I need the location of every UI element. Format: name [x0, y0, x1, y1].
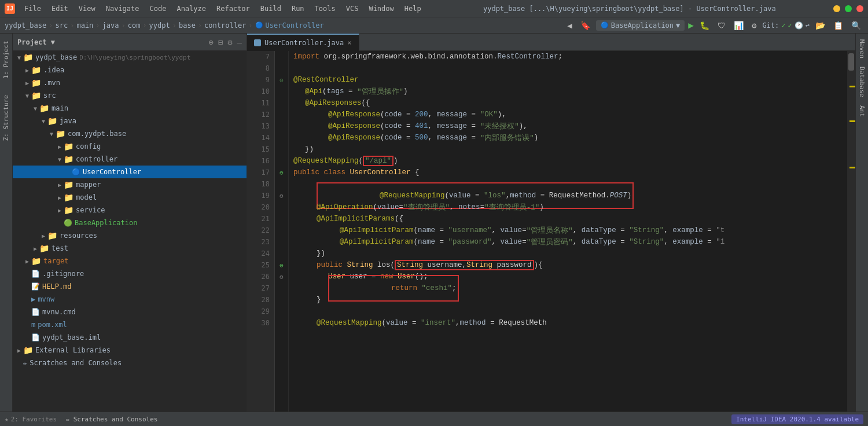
- tree-item-scratches[interactable]: ✏️ Scratches and Consoles: [13, 357, 247, 369]
- minimize-button[interactable]: [833, 5, 840, 12]
- run-button[interactable]: ▶: [688, 20, 694, 31]
- menu-edit[interactable]: Edit: [47, 3, 73, 14]
- settings-btn[interactable]: ⚙: [227, 38, 232, 47]
- file-icon-gitignore: 📄: [31, 270, 40, 278]
- breadcrumb-yydpt-base[interactable]: yydpt_base: [5, 21, 46, 30]
- tree-item-resources[interactable]: ▶ 📁 resources: [13, 229, 247, 242]
- vertical-scrollbar[interactable]: [847, 51, 855, 426]
- scope-toggle[interactable]: ⊕: [208, 38, 213, 47]
- tree-item-main[interactable]: ▼ 📁 main: [13, 102, 247, 115]
- favorites-item[interactable]: ★ 2: Favorites: [5, 416, 57, 423]
- scrollbar-thumb[interactable]: [848, 53, 854, 71]
- tree-item-iml[interactable]: 📄 yydpt_base.iml: [13, 331, 247, 344]
- tree-item-model[interactable]: ▶ 📁 model: [13, 191, 247, 204]
- database-panel-toggle[interactable]: Database: [857, 63, 867, 101]
- breadcrumb-yydpt[interactable]: yydpt: [149, 21, 170, 30]
- collapse-all[interactable]: ⊟: [218, 38, 223, 47]
- gi-26-fold[interactable]: ⊖: [275, 271, 288, 282]
- menu-code[interactable]: Code: [145, 3, 171, 14]
- nav-forward[interactable]: 🔖: [578, 20, 593, 31]
- coverage-button[interactable]: 🛡: [715, 20, 728, 31]
- project-tree: ▼ 📁 yydpt_base D:\H\yueying\springboot\y…: [13, 51, 247, 426]
- gi-19-fold[interactable]: ⊖: [275, 190, 288, 201]
- breadcrumb-controller[interactable]: controller: [204, 21, 246, 30]
- code-editor: 7 8 9 10 11 12 13 14 15 16 17 18 19 20 2…: [247, 51, 855, 426]
- nav-back[interactable]: ◀: [565, 20, 574, 31]
- tree-item-mapper[interactable]: ▶ 📁 mapper: [13, 178, 247, 191]
- tree-item-controller[interactable]: ▼ 📁 controller: [13, 153, 247, 166]
- tree-item-mvn[interactable]: ▶ 📁 .mvn: [13, 76, 247, 89]
- tree-item-target[interactable]: ▶ 📁 target: [13, 255, 247, 267]
- tree-item-mvnw[interactable]: ▶ mvnw: [13, 293, 247, 306]
- tree-item-gitignore[interactable]: 📄 .gitignore: [13, 267, 247, 280]
- tab-filename: UserController.java: [264, 39, 344, 47]
- gi-21: [275, 213, 288, 225]
- menu-build[interactable]: Build: [256, 3, 286, 14]
- tree-item-java[interactable]: ▼ 📁 java: [13, 115, 247, 127]
- menu-vcs[interactable]: VCS: [341, 3, 363, 14]
- menu-refactor[interactable]: Refactor: [212, 3, 255, 14]
- git-undo[interactable]: ↩: [806, 21, 810, 30]
- more-run-button[interactable]: ⚙: [749, 20, 759, 31]
- breadcrumb-com[interactable]: com: [128, 21, 141, 30]
- file-transfer[interactable]: 📂: [813, 20, 827, 31]
- tree-item-src[interactable]: ▼ 📁 src: [13, 89, 247, 102]
- gi-25-fold[interactable]: ⊖: [275, 259, 288, 271]
- structure-panel-toggle[interactable]: Z: Structure: [1, 93, 11, 143]
- menu-help[interactable]: Help: [400, 3, 426, 14]
- menu-view[interactable]: View: [74, 3, 100, 14]
- code-line-24: }): [289, 248, 847, 259]
- debug-button[interactable]: 🐛: [697, 20, 712, 31]
- maven-panel-toggle[interactable]: Maven: [857, 36, 867, 62]
- breadcrumb-main[interactable]: main: [76, 21, 93, 30]
- tree-item-test[interactable]: ▶ 📁 test: [13, 242, 247, 255]
- breadcrumb-java[interactable]: java: [102, 21, 119, 30]
- tree-item-yydpt-base[interactable]: ▼ 📁 yydpt_base D:\H\yueying\springboot\y…: [13, 51, 247, 64]
- scroll-mark-2: [849, 120, 855, 122]
- git-check1[interactable]: ✓: [781, 21, 785, 30]
- tree-item-pomxml[interactable]: m pom.xml: [13, 318, 247, 331]
- tab-close-button[interactable]: ×: [347, 39, 351, 47]
- ln-12: 12: [247, 109, 274, 120]
- hide-panel[interactable]: —: [237, 38, 242, 47]
- project-panel-toggle[interactable]: 1: Project: [1, 38, 11, 81]
- profile-button[interactable]: 📊: [731, 20, 746, 31]
- menu-run[interactable]: Run: [287, 3, 309, 14]
- tree-item-external-libraries[interactable]: ▶ 📁 External Libraries: [13, 344, 247, 357]
- menu-navigate[interactable]: Navigate: [101, 3, 144, 14]
- label-yydpt-path: D:\H\yueying\springboot\yydpt: [79, 54, 190, 61]
- code-line-11: @ApiResponses({: [289, 97, 847, 109]
- code-line-22: @ApiImplicitParam(name = "username", val…: [289, 225, 847, 236]
- menu-analyze[interactable]: Analyze: [172, 3, 211, 14]
- ant-panel-toggle[interactable]: Ant: [857, 102, 867, 120]
- maximize-button[interactable]: [845, 5, 852, 12]
- gi-9-fold[interactable]: ⊖: [275, 74, 288, 86]
- tree-item-baseapplication[interactable]: 🟢 BaseApplication: [13, 216, 247, 229]
- git-check2[interactable]: ✓: [788, 21, 792, 30]
- menu-file[interactable]: File: [20, 3, 46, 14]
- code-lines[interactable]: import org.springframework.web.bind.anno…: [289, 51, 847, 426]
- tab-usercontroller[interactable]: UserController.java ×: [247, 34, 359, 51]
- gi-17-fold[interactable]: ⊖: [275, 167, 288, 178]
- intellij-update-badge[interactable]: IntelliJ IDEA 2020.1.4 available: [731, 414, 863, 424]
- tree-item-idea[interactable]: ▶ 📁 .idea: [13, 64, 247, 76]
- window-controls: [833, 5, 863, 12]
- tree-item-usercontroller[interactable]: 🔵 UserController: [13, 166, 247, 178]
- menu-window[interactable]: Window: [364, 3, 398, 14]
- tree-item-service[interactable]: ▶ 📁 service: [13, 204, 247, 216]
- run-config-selector[interactable]: 🔵 BaseApplication ▼: [596, 20, 685, 31]
- open-project[interactable]: 📋: [831, 20, 845, 31]
- breadcrumb-src[interactable]: src: [55, 21, 68, 30]
- git-clock[interactable]: 🕐: [795, 21, 803, 30]
- tree-item-com-yydpt-base[interactable]: ▼ 📁 com.yydpt.base: [13, 127, 247, 140]
- tree-item-helpmd[interactable]: 📝 HELP.md: [13, 280, 247, 293]
- breadcrumb-base[interactable]: base: [179, 21, 196, 30]
- breadcrumb-usercontroller[interactable]: UserController: [266, 21, 324, 30]
- menu-tools[interactable]: Tools: [310, 3, 340, 14]
- search-everywhere[interactable]: 🔍: [849, 20, 863, 31]
- close-button[interactable]: [856, 5, 863, 12]
- scratches-status[interactable]: ✏️ Scratches and Consoles: [66, 416, 157, 423]
- tree-item-mvnwcmd[interactable]: 📄 mvnw.cmd: [13, 306, 247, 318]
- tree-item-config[interactable]: ▶ 📁 config: [13, 140, 247, 153]
- gi-7: [275, 51, 288, 63]
